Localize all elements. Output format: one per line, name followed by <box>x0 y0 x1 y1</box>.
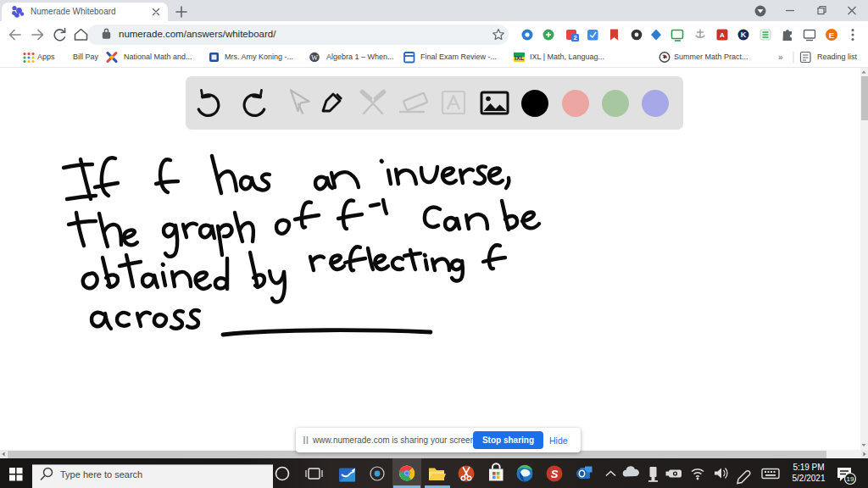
svg-text:S: S <box>551 468 559 480</box>
svg-text:19: 19 <box>847 475 854 483</box>
